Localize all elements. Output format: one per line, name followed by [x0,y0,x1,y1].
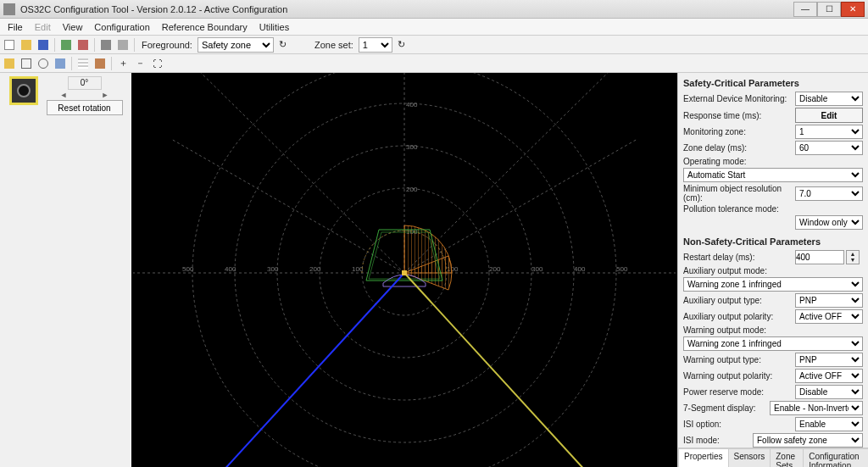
left-panel: 0° ◄ ► Reset rotation [0,73,131,467]
warntype-select[interactable]: PNP [795,353,863,367]
maximize-button[interactable]: ☐ [817,2,841,17]
monzone-label: Monitoring zone: [683,127,792,136]
powres-select[interactable]: Disable [795,385,863,399]
group-safety-title: Safety-Critical Parameters [683,78,863,88]
svg-line-30 [404,273,625,467]
minimize-button[interactable]: — [793,2,817,17]
open-icon[interactable] [19,37,34,53]
rotate-left-icon[interactable]: ◄ [60,91,68,99]
auxtype-label: Auxiliary output type: [683,296,792,305]
isiopt-select[interactable]: Enable [795,417,863,431]
tool-icon-1[interactable] [58,37,74,53]
warnpol-label: Warning output polarity: [683,371,792,381]
auxpol-select[interactable]: Active OFF [795,309,863,324]
toolbar-1: Foreground: Safety zone ↻ Zone set: 1 ↻ [0,36,868,54]
response-edit-button[interactable]: Edit [795,108,863,123]
svg-text:500: 500 [182,265,194,273]
shape-circle-icon[interactable] [36,56,51,71]
zoom-fit-icon[interactable]: ⛶ [149,56,164,71]
auxpol-label: Auxiliary output polarity: [683,312,792,321]
tool-icon-4[interactable] [115,37,131,53]
rotate-right-icon[interactable]: ► [102,91,109,99]
seg7-label: 7-Segment display: [683,403,766,413]
poll-label: Pollution tolerance mode: [683,204,863,214]
reset-rotation-button[interactable]: Reset rotation [47,100,123,115]
warnpol-select[interactable]: Active OFF [795,369,863,383]
sensor-icon[interactable] [9,76,38,105]
menu-edit: Edit [29,20,57,34]
foreground-label: Foreground: [142,40,192,50]
app-icon [3,3,15,15]
cursor-icon[interactable] [2,56,17,71]
opmode-label: Operating mode: [683,157,863,166]
svg-text:400: 400 [225,265,236,273]
menu-configuration[interactable]: Configuration [88,20,155,34]
svg-line-29 [184,273,404,467]
edm-select[interactable]: Disable [795,92,863,106]
tab-zonesets[interactable]: Zone Sets [770,448,804,467]
zdelay-select[interactable]: 60 [795,141,863,155]
svg-text:300: 300 [406,143,418,151]
restart-input[interactable] [795,250,844,264]
tool-icon-2[interactable] [75,37,91,53]
isimode-label: ISI mode: [683,436,749,445]
close-button[interactable]: ✕ [841,2,865,17]
menubar: File Edit View Configuration Reference B… [0,19,868,36]
powres-label: Power reserve mode: [683,387,792,397]
isimode-select[interactable]: Follow safety zone [753,433,863,448]
svg-text:400: 400 [406,101,418,108]
snap-icon[interactable] [92,56,108,71]
restart-label: Restart delay (ms): [683,253,792,262]
window-controls: — ☐ ✕ [793,2,865,17]
minres-select[interactable]: 7.0 [795,186,863,201]
warnmode-label: Warning output mode: [683,325,863,335]
zoneset-select[interactable]: 1 [359,37,392,53]
toolbar-2: ＋ － ⛶ [0,54,868,73]
restart-down-icon[interactable]: ▼ [847,257,859,263]
group-nonsafety-title: Non-Safety-Critical Parameters [683,236,863,247]
zoom-in-icon[interactable]: ＋ [115,56,131,71]
seg7-select[interactable]: Enable - Non-Inverted [770,401,863,415]
tab-configinfo[interactable]: Configuration Information [803,448,868,467]
grid-icon[interactable] [75,56,91,71]
save-icon[interactable] [36,37,51,53]
svg-rect-31 [402,270,407,275]
isiopt-label: ISI option: [683,420,792,429]
menu-file[interactable]: File [2,20,29,34]
edm-label: External Device Monitoring: [683,94,792,103]
tab-sensors[interactable]: Sensors [728,448,771,467]
menu-view[interactable]: View [57,20,89,34]
new-icon[interactable] [2,37,17,53]
foreground-select[interactable]: Safety zone [198,37,274,53]
right-panel: Safety-Critical Parameters External Devi… [677,73,868,467]
shape-rect-icon[interactable] [19,56,34,71]
auxtype-select[interactable]: PNP [795,293,863,308]
radar-chart[interactable]: 100200 300400 100200 300400500 100200 30… [131,73,677,467]
tab-properties[interactable]: Properties [678,448,729,467]
svg-text:200: 200 [406,186,418,193]
zdelay-label: Zone delay (ms): [683,143,792,153]
svg-text:200: 200 [309,265,321,273]
svg-text:400: 400 [574,265,586,273]
tool-icon-3[interactable] [98,37,114,53]
opmode-select[interactable]: Automatic Start [683,168,863,182]
zoom-out-icon[interactable]: － [132,56,147,71]
poll-select[interactable]: Window only [795,215,863,230]
warnmode-select[interactable]: Warning zone 1 infringed [683,336,863,351]
svg-text:200: 200 [489,265,501,273]
menu-utilities[interactable]: Utilities [253,20,295,34]
svg-text:300: 300 [267,265,279,273]
monzone-select[interactable]: 1 [795,125,863,139]
auxmode-select[interactable]: Warning zone 1 infringed [683,277,863,292]
zoneset-refresh-icon[interactable]: ↻ [394,37,409,53]
titlebar: OS32C Configuration Tool - Version 2.0.1… [0,0,868,19]
foreground-refresh-icon[interactable]: ↻ [275,37,291,53]
main-area: 0° ◄ ► Reset rotation [0,73,868,467]
shape-poly-icon[interactable] [53,56,68,71]
svg-line-11 [192,73,404,273]
minres-label: Minimum object resolution (cm): [683,184,792,203]
restart-up-icon[interactable]: ▲ [847,251,859,257]
warntype-label: Warning output type: [683,355,792,364]
rotation-degrees: 0° [68,76,102,90]
menu-reference-boundary[interactable]: Reference Boundary [156,20,253,34]
